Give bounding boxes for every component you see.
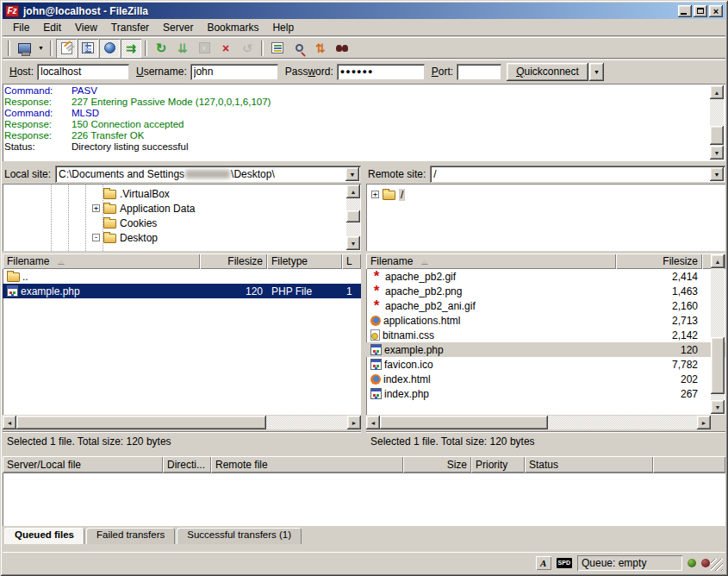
data-type-indicator-icon: A bbox=[536, 556, 551, 570]
column-header-filesize[interactable]: Filesize bbox=[616, 254, 702, 269]
remote-list-scrollbar-thumb[interactable] bbox=[711, 337, 725, 394]
menu-item-edit[interactable]: Edit bbox=[36, 20, 68, 35]
refresh-file-lists-button[interactable]: ↻ bbox=[151, 39, 171, 58]
file-row-index-html[interactable]: index.html202 bbox=[366, 372, 725, 386]
menu-item-file[interactable]: File bbox=[6, 20, 36, 35]
tree-item-label: Application Data bbox=[120, 203, 195, 215]
password-input[interactable] bbox=[337, 64, 425, 80]
tree-item-virtualbox[interactable]: .VirtualBox bbox=[92, 186, 344, 201]
local-tree-scrollbar[interactable]: ▲ ▼ bbox=[346, 185, 360, 250]
file-row-bitnami-css[interactable]: bitnami.css2,142 bbox=[366, 328, 725, 342]
local-hscrollbar-thumb[interactable] bbox=[16, 416, 266, 429]
file-list-header: FilenameFilesizeFiletypeL bbox=[3, 254, 361, 269]
find-files-button[interactable] bbox=[332, 39, 352, 58]
column-header-filesize[interactable]: Filesize bbox=[200, 254, 267, 269]
menu-item-bookmarks[interactable]: Bookmarks bbox=[200, 20, 265, 35]
queue-column-remote-file[interactable]: Remote file bbox=[211, 456, 403, 473]
scroll-right-icon[interactable]: ► bbox=[697, 416, 711, 429]
column-header-l[interactable]: L bbox=[342, 254, 361, 269]
filename-label: example.php bbox=[21, 285, 80, 297]
title-bar[interactable]: Fz john@localhost - FileZilla × bbox=[3, 3, 725, 19]
tab-queued-files[interactable]: Queued files bbox=[4, 528, 84, 544]
toggle-transfer-queue-button[interactable]: ⇉ bbox=[121, 39, 141, 58]
remote-list-hscrollbar[interactable]: ◄ ► bbox=[366, 416, 711, 429]
scroll-left-icon[interactable]: ◄ bbox=[3, 416, 16, 429]
log-scrollbar-thumb[interactable] bbox=[710, 126, 724, 145]
quickconnect-button[interactable]: Quickconnect bbox=[507, 63, 588, 81]
scroll-right-icon[interactable]: ► bbox=[347, 416, 361, 429]
scroll-up-icon[interactable]: ▲ bbox=[711, 254, 725, 268]
scroll-down-icon[interactable]: ▼ bbox=[710, 146, 724, 160]
queue-size-indicator: Queue: empty bbox=[577, 555, 682, 571]
scroll-down-icon[interactable]: ▼ bbox=[346, 236, 360, 250]
menu-item-server[interactable]: Server bbox=[156, 20, 200, 35]
tree-item-cookies[interactable]: Cookies bbox=[92, 216, 344, 230]
synchronized-browsing-button[interactable]: ⇅ bbox=[310, 39, 331, 58]
toggle-message-log-button[interactable] bbox=[56, 39, 77, 58]
column-header-filename[interactable]: Filename bbox=[3, 254, 200, 269]
menu-item-help[interactable]: Help bbox=[265, 20, 301, 35]
menu-item-transfer[interactable]: Transfer bbox=[104, 20, 156, 35]
remote-site-path-combo[interactable]: / ▼ bbox=[430, 166, 725, 183]
file-row-apache-pb2-png[interactable]: *apache_pb2.png1,463 bbox=[366, 284, 725, 298]
queue-column-directi[interactable]: Directi... bbox=[163, 456, 211, 473]
file-row-index-php[interactable]: index.php267 bbox=[366, 386, 725, 401]
reconnect-icon: ↺ bbox=[242, 42, 252, 54]
log-line-label: Command: bbox=[4, 85, 72, 97]
local-list-hscrollbar[interactable]: ◄ ► bbox=[3, 416, 361, 429]
queue-column-priority[interactable]: Priority bbox=[471, 456, 525, 473]
toggle-queue-icon: ⇉ bbox=[126, 42, 136, 54]
local-tree-scrollbar-thumb[interactable] bbox=[346, 210, 360, 222]
remote-list-scrollbar[interactable]: ▲ ▼ bbox=[711, 254, 725, 414]
minimize-button[interactable] bbox=[678, 5, 692, 17]
tree-item-application-data[interactable]: +Application Data bbox=[92, 201, 344, 216]
username-input[interactable] bbox=[190, 64, 278, 80]
column-header-filetype[interactable]: Filetype bbox=[267, 254, 342, 269]
resize-grip[interactable] bbox=[711, 559, 723, 571]
queue-column-status[interactable]: Status bbox=[525, 456, 653, 473]
collapse-minus-icon[interactable]: - bbox=[92, 234, 100, 241]
expand-plus-icon[interactable]: + bbox=[371, 191, 379, 198]
tab-successful-transfers-1[interactable]: Successful transfers (1) bbox=[177, 528, 302, 544]
disconnect-from-server-button[interactable]: × bbox=[215, 39, 236, 58]
queue-column-server-local-file[interactable]: Server/Local file bbox=[3, 456, 163, 473]
menu-item-view[interactable]: View bbox=[68, 20, 104, 35]
transfer-queue-body[interactable] bbox=[3, 473, 725, 526]
scroll-left-icon[interactable]: ◄ bbox=[366, 416, 380, 429]
local-site-dropdown-button[interactable]: ▼ bbox=[345, 167, 359, 181]
log-scrollbar[interactable]: ▲ ▼ bbox=[710, 85, 724, 160]
file-row-applications-html[interactable]: applications.html2,713 bbox=[366, 313, 725, 328]
tree-item-root[interactable]: +/ bbox=[371, 187, 717, 202]
queue-column-size[interactable]: Size bbox=[403, 456, 471, 473]
file-row-[interactable]: .. bbox=[3, 269, 361, 284]
php-icon bbox=[370, 388, 382, 399]
open-site-manager-button[interactable] bbox=[14, 39, 34, 58]
remote-site-dropdown-button[interactable]: ▼ bbox=[710, 167, 724, 181]
column-header-filename[interactable]: Filename bbox=[366, 254, 616, 269]
scroll-down-icon[interactable]: ▼ bbox=[711, 400, 725, 414]
file-row-example-php[interactable]: example.php120PHP File1 bbox=[3, 284, 361, 298]
directory-listing-filters-button[interactable] bbox=[267, 39, 288, 58]
port-input[interactable] bbox=[457, 64, 501, 80]
local-site-path-combo[interactable]: C:\Documents and Settings\Desktop\ ▼ bbox=[55, 166, 361, 183]
process-queue-button[interactable]: ⇊ bbox=[172, 39, 193, 58]
file-row-favicon-ico[interactable]: favicon.ico7,782 bbox=[366, 357, 725, 372]
scroll-up-icon[interactable]: ▲ bbox=[710, 85, 724, 99]
maximize-button[interactable] bbox=[694, 5, 707, 17]
scroll-up-icon[interactable]: ▲ bbox=[346, 185, 360, 198]
quickconnect-dropdown-button[interactable]: ▼ bbox=[589, 63, 604, 81]
close-button[interactable]: × bbox=[709, 5, 723, 17]
directory-comparison-button[interactable] bbox=[289, 39, 309, 58]
remote-hscrollbar-thumb[interactable] bbox=[380, 416, 548, 429]
toggle-local-tree-button[interactable] bbox=[78, 39, 98, 58]
file-row-apache-pb2-ani-gif[interactable]: *apache_pb2_ani.gif2,160 bbox=[366, 298, 725, 313]
toggle-remote-tree-button[interactable] bbox=[99, 39, 120, 58]
filesize-cell: 2,713 bbox=[616, 313, 702, 328]
host-input[interactable] bbox=[37, 64, 129, 80]
expand-plus-icon[interactable]: + bbox=[92, 204, 100, 212]
tab-failed-transfers[interactable]: Failed transfers bbox=[86, 528, 175, 544]
file-row-apache-pb2-gif[interactable]: *apache_pb2.gif2,414 bbox=[366, 269, 725, 284]
file-row-example-php[interactable]: example.php120 bbox=[366, 342, 725, 357]
tree-item-desktop[interactable]: -Desktop bbox=[92, 230, 344, 245]
open-site-manager-dropdown-button[interactable]: ▼ bbox=[35, 39, 47, 58]
